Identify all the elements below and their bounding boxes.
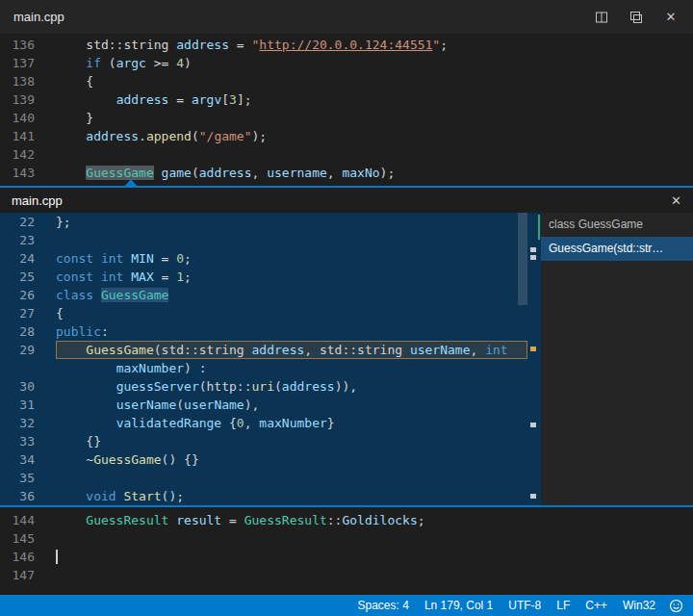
code-line[interactable]: 139 address = argv[3];	[0, 90, 693, 109]
code-line[interactable]: 28public:	[0, 322, 527, 341]
token: ];	[237, 92, 252, 107]
line-number[interactable]: 138	[0, 72, 42, 90]
code-line[interactable]: 31 userName(userName),	[0, 396, 527, 414]
line-number[interactable]: 35	[0, 469, 42, 487]
token: MIN	[131, 251, 153, 266]
peek-close-icon[interactable]: ✕	[671, 193, 681, 208]
code-line[interactable]: 141 address.append("/game");	[0, 127, 693, 145]
token: std::string	[162, 343, 252, 357]
code-line[interactable]: 143 GuessGame game(address, username, ma…	[0, 164, 693, 182]
code-text: guessServer(http::uri(address)),	[56, 377, 527, 396]
code-line[interactable]: maxNumber) :	[0, 359, 527, 377]
code-line[interactable]: 144 GuessResult result = GuessResult::Go…	[0, 511, 693, 529]
token: append	[146, 129, 192, 143]
code-line[interactable]: 24const int MIN = 0;	[0, 249, 527, 268]
code-line[interactable]: 138 {	[0, 72, 693, 90]
line-number[interactable]: 25	[0, 268, 42, 286]
code-line[interactable]: 140 }	[0, 109, 693, 127]
code-line[interactable]: 26class GuessGame	[0, 286, 527, 304]
line-number[interactable]: 139	[0, 90, 42, 109]
peek-editor[interactable]: 22};2324const int MIN = 0;25const int MA…	[0, 213, 527, 505]
line-number[interactable]: 144	[0, 511, 42, 529]
feedback-smiley-icon[interactable]	[669, 599, 683, 613]
line-number[interactable]: 28	[0, 322, 42, 341]
token: }	[327, 416, 335, 430]
token: GuessResult	[86, 513, 168, 527]
close-editor-icon[interactable]: ✕	[662, 9, 680, 26]
line-number[interactable]: 29	[0, 341, 42, 359]
code-line[interactable]: 142	[0, 145, 693, 164]
line-number[interactable]: 141	[0, 127, 42, 145]
token: ;	[440, 38, 448, 52]
line-number[interactable]: 30	[0, 377, 42, 396]
line-number[interactable]: 145	[0, 529, 42, 548]
line-number[interactable]: 27	[0, 304, 42, 322]
line-number[interactable]: 31	[0, 396, 42, 414]
status-item[interactable]: Win32	[623, 599, 655, 612]
token	[93, 288, 101, 302]
token: if	[86, 56, 101, 70]
code-line[interactable]: 34 ~GuessGame() {}	[0, 450, 527, 469]
line-number[interactable]: 136	[0, 36, 42, 54]
code-text: if (argc >= 4)	[56, 54, 693, 72]
line-number[interactable]: 147	[0, 566, 42, 584]
code-line[interactable]: 35	[0, 469, 527, 487]
token: const	[56, 270, 93, 284]
line-number[interactable]: 24	[0, 249, 42, 268]
line-number[interactable]: 146	[0, 548, 42, 566]
editor-layout-icon[interactable]	[628, 9, 645, 26]
code-line[interactable]: 29 GuessGame(std::string address, std::s…	[0, 341, 527, 359]
peek-result-item[interactable]: GuessGame(std::str…	[541, 237, 693, 261]
status-item[interactable]: LF	[556, 599, 570, 612]
line-number[interactable]: 36	[0, 487, 42, 505]
code-line[interactable]: 23	[0, 231, 527, 249]
token: {	[221, 416, 237, 430]
code-line[interactable]: 25const int MAX = 1;	[0, 268, 527, 286]
line-number[interactable]: 26	[0, 286, 42, 304]
code-line[interactable]: 145	[0, 529, 693, 548]
split-editor-icon[interactable]	[593, 9, 610, 26]
overview-ruler-marker	[530, 494, 536, 499]
token: {}	[56, 434, 101, 449]
editor-region-top[interactable]: 136 std::string address = "http://20.0.0…	[0, 34, 693, 186]
text-cursor	[56, 550, 58, 564]
code-line[interactable]: 27{	[0, 304, 527, 322]
code-line[interactable]: 147	[0, 566, 693, 584]
code-line[interactable]: 32 validatedRange {0, maxNumber}	[0, 414, 527, 432]
line-number[interactable]: 137	[0, 54, 42, 72]
line-number[interactable]: 140	[0, 109, 42, 127]
code-line[interactable]: 30 guessServer(http::uri(address)),	[0, 377, 527, 396]
line-number[interactable]: 22	[0, 213, 42, 231]
line-number[interactable]: 142	[0, 145, 42, 164]
token: 0	[176, 251, 184, 266]
token	[93, 270, 101, 284]
token: userName	[116, 398, 177, 412]
editor-region-bottom[interactable]: 144 GuessResult result = GuessResult::Go…	[0, 507, 693, 595]
token: Goldilocks	[342, 513, 417, 527]
status-item[interactable]: UTF-8	[508, 599, 541, 612]
status-item[interactable]: Spaces: 4	[358, 599, 409, 612]
line-number[interactable]: 143	[0, 164, 42, 182]
code-line[interactable]: 136 std::string address = "http://20.0.0…	[0, 36, 693, 54]
line-number[interactable]: 33	[0, 432, 42, 450]
line-number[interactable]: 34	[0, 450, 42, 469]
peek-result-item[interactable]: class GuessGame	[541, 213, 693, 237]
code-line[interactable]: 36 void Start();	[0, 487, 527, 505]
token: address	[116, 92, 169, 107]
code-text: validatedRange {0, maxNumber}	[56, 414, 527, 432]
token: (	[192, 166, 199, 180]
status-item[interactable]: Ln 179, Col 1	[424, 599, 493, 612]
code-line[interactable]: 146	[0, 548, 693, 566]
code-line[interactable]: 137 if (argc >= 4)	[0, 54, 693, 72]
token: std::string	[320, 343, 410, 357]
token: .	[139, 129, 146, 143]
peek-title: main.cpp	[12, 193, 63, 208]
scrollbar-thumb[interactable]	[518, 213, 527, 305]
line-number[interactable]: 23	[0, 231, 42, 249]
code-line[interactable]: 22};	[0, 213, 527, 231]
line-number[interactable]: 32	[0, 414, 42, 432]
code-line[interactable]: 33 {}	[0, 432, 527, 450]
status-item[interactable]: C++	[585, 599, 607, 612]
line-number[interactable]	[0, 359, 42, 377]
token: 0	[237, 416, 244, 430]
